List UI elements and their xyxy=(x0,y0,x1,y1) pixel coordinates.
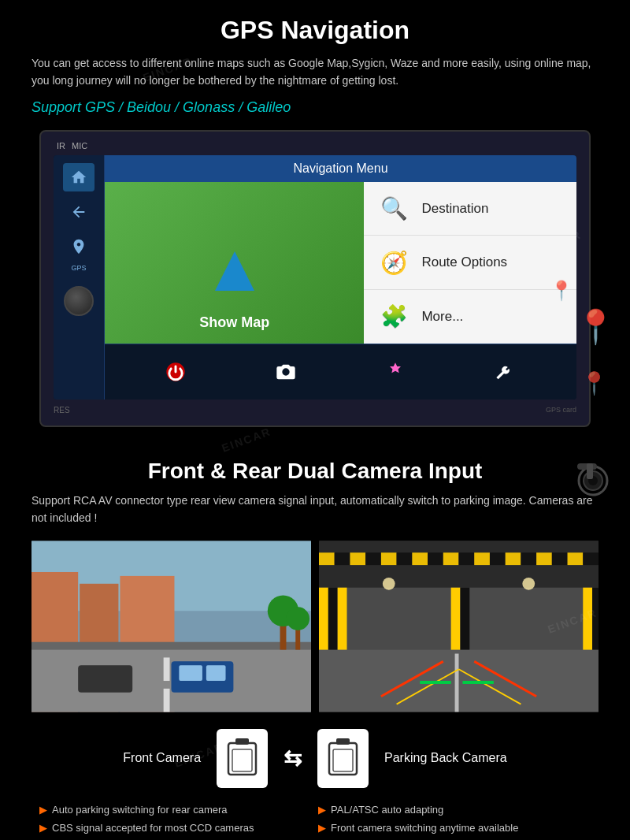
gps-title: GPS Navigation xyxy=(32,16,598,45)
nav-body: Show Map 🔍 Destination 🧭 Route Options xyxy=(105,182,576,344)
gps-description: You can get access to different online m… xyxy=(32,54,598,90)
map-direction-arrow xyxy=(215,251,254,291)
camera-diagram: Front Camera ⇆ Parking B xyxy=(32,729,598,788)
front-camera-image xyxy=(32,540,311,713)
svg-rect-13 xyxy=(206,665,226,681)
power-btn[interactable] xyxy=(156,352,195,392)
car-unit-top: IR MIC xyxy=(54,141,576,151)
screen-content: Navigation Menu Show Map 🔍 Destination xyxy=(105,155,576,400)
svg-rect-34 xyxy=(536,552,552,565)
gps-sidebar-label: GPS xyxy=(71,264,86,272)
back-icon-btn[interactable] xyxy=(63,198,94,226)
route-icon: 🧭 xyxy=(376,245,412,281)
more-menu-item[interactable]: 🧩 More... xyxy=(364,290,576,344)
gps-card-label: GPS card xyxy=(546,406,576,414)
feature-arrow-2: ▶ xyxy=(39,822,47,834)
screen-area: GPS Navigation Menu Show Map xyxy=(54,155,576,400)
settings-btn[interactable] xyxy=(376,352,415,392)
svg-rect-31 xyxy=(490,552,506,565)
svg-rect-29 xyxy=(459,552,475,565)
feature-cbs: ▶ CBS signal accepted for most CCD camer… xyxy=(39,822,312,834)
svg-rect-52 xyxy=(462,681,493,684)
gps-section: GPS Navigation You can get access to dif… xyxy=(0,0,630,435)
nav-title-bar: Navigation Menu xyxy=(105,155,576,182)
tools-btn[interactable] xyxy=(486,352,525,392)
route-options-label: Route Options xyxy=(421,255,507,270)
svg-rect-24 xyxy=(381,552,397,565)
feature-pal-text: PAL/ATSC auto adapting xyxy=(331,804,443,816)
camera-title: Front & Rear Dual Camera Input xyxy=(32,459,598,484)
svg-rect-56 xyxy=(235,738,249,745)
feature-pal-atsc: ▶ PAL/ATSC auto adapting xyxy=(318,804,591,816)
camera-description: Support RCA AV connector type rear view … xyxy=(32,492,598,527)
gps-pin-medium: 📍 xyxy=(580,370,608,396)
svg-point-53 xyxy=(383,577,395,589)
svg-rect-9 xyxy=(164,688,170,712)
screen-bottom-bar xyxy=(105,344,576,400)
svg-rect-20 xyxy=(319,552,335,565)
ir-label: IR xyxy=(57,141,65,151)
svg-rect-28 xyxy=(443,552,459,565)
more-label: More... xyxy=(421,309,463,325)
res-label: RES xyxy=(54,406,70,414)
destination-icon: 🔍 xyxy=(376,191,412,226)
svg-rect-25 xyxy=(397,552,413,565)
rear-camera-image xyxy=(319,540,598,713)
front-camera-label: Front Camera xyxy=(123,751,201,765)
feature-arrow-4: ▶ xyxy=(318,822,326,834)
car-unit-bottom: RES GPS card xyxy=(54,400,576,414)
svg-rect-57 xyxy=(232,749,252,771)
svg-rect-37 xyxy=(583,552,598,565)
volume-knob[interactable] xyxy=(64,286,94,316)
svg-rect-59 xyxy=(336,738,350,745)
front-cam-icon xyxy=(217,729,268,788)
features-grid: ▶ Auto parking switching for rear camera… xyxy=(32,804,598,834)
nav-menu: 🔍 Destination 🧭 Route Options 🧩 More... xyxy=(364,182,576,344)
sidebar: GPS xyxy=(54,155,105,400)
rear-cam-icon xyxy=(317,729,369,788)
destination-menu-item[interactable]: 🔍 Destination xyxy=(364,182,576,236)
svg-point-54 xyxy=(522,577,535,589)
feature-arrow-1: ▶ xyxy=(39,804,47,816)
gps-pin-large: 📍 xyxy=(575,307,616,346)
svg-rect-12 xyxy=(179,665,202,681)
svg-rect-22 xyxy=(350,552,365,565)
gps-support-text: Support GPS / Beidou / Glonass / Galileo xyxy=(32,99,598,116)
feature-front-text: Front camera switching anytime available xyxy=(331,822,518,834)
back-camera-label: Parking Back Camera xyxy=(384,751,507,765)
svg-rect-21 xyxy=(335,552,350,565)
feature-auto-parking: ▶ Auto parking switching for rear camera xyxy=(39,804,312,816)
feature-front-switching: ▶ Front camera switching anytime availab… xyxy=(318,822,591,834)
svg-rect-36 xyxy=(568,552,584,565)
gps-pin-small: 📍 xyxy=(550,280,573,302)
camera-section: Front & Rear Dual Camera Input Support R… xyxy=(0,435,630,840)
svg-rect-32 xyxy=(506,552,521,565)
rear-cam-decorative xyxy=(569,457,613,504)
svg-rect-35 xyxy=(552,552,568,565)
mic-label: MIC xyxy=(72,141,87,151)
svg-point-17 xyxy=(286,607,309,630)
show-map-label: Show Map xyxy=(199,314,269,331)
svg-rect-26 xyxy=(412,552,428,565)
route-options-menu-item[interactable]: 🧭 Route Options xyxy=(364,236,576,290)
more-icon: 🧩 xyxy=(376,299,412,334)
bidirectional-arrow-icon: ⇆ xyxy=(284,745,302,771)
camera-btn[interactable] xyxy=(266,352,306,392)
svg-rect-33 xyxy=(521,552,536,565)
svg-rect-11 xyxy=(78,665,132,693)
svg-rect-46 xyxy=(455,653,459,712)
svg-rect-27 xyxy=(428,552,443,565)
camera-images xyxy=(32,540,598,713)
feature-arrow-3: ▶ xyxy=(318,804,326,816)
svg-rect-60 xyxy=(333,749,353,771)
gps-icon-btn[interactable] xyxy=(63,232,94,261)
destination-label: Destination xyxy=(421,201,488,217)
home-icon-btn[interactable] xyxy=(63,163,94,191)
svg-rect-30 xyxy=(474,552,490,565)
map-display-area[interactable]: Show Map xyxy=(105,182,364,344)
svg-rect-8 xyxy=(164,657,170,681)
svg-rect-23 xyxy=(365,552,381,565)
feature-cbs-text: CBS signal accepted for most CCD cameras xyxy=(52,822,254,834)
svg-rect-51 xyxy=(420,681,450,684)
feature-auto-parking-text: Auto parking switching for rear camera xyxy=(52,804,228,816)
